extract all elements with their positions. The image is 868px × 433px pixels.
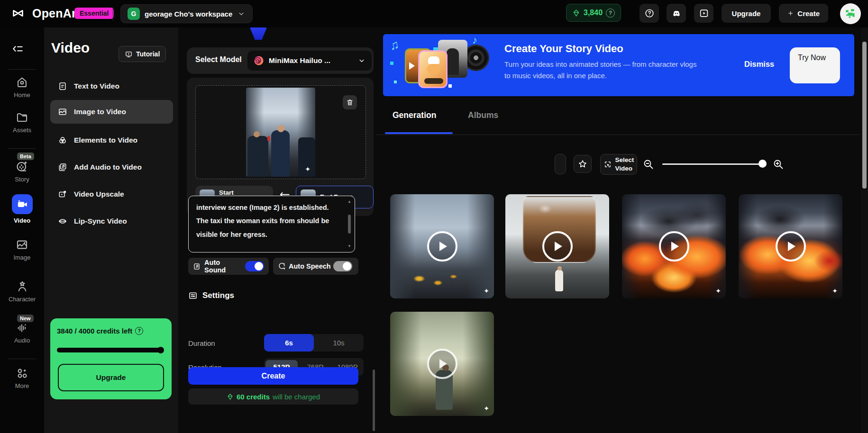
create-button[interactable]: Create: [779, 4, 828, 23]
video-thumbnail[interactable]: ✦: [739, 194, 842, 298]
thumbnail-size-slider[interactable]: [662, 163, 767, 165]
tab-albums[interactable]: Albums: [468, 110, 498, 120]
sparkle-icon: ✦: [305, 165, 311, 173]
sidebar-item-label: More: [15, 382, 29, 389]
duration-label: Duration: [188, 339, 215, 347]
singer-silhouette: [447, 48, 459, 75]
video-thumbnail[interactable]: ✦: [390, 312, 494, 416]
figure-head: [277, 125, 284, 132]
more-icon: [16, 367, 28, 379]
beta-badge: Beta: [17, 153, 34, 160]
page-scrollbar-thumb[interactable]: [862, 42, 867, 189]
chef-hat: [428, 56, 439, 64]
generator-scrollbar-thumb[interactable]: [373, 370, 375, 431]
settings-icon: [188, 291, 198, 300]
sidebar-item-label: Character: [9, 296, 36, 303]
play-icon: [409, 62, 415, 70]
credits-progress-bar: [57, 348, 162, 352]
scroll-up-icon: ▲: [347, 200, 351, 204]
auto-speech-switch[interactable]: [333, 261, 352, 271]
prompt-input[interactable]: interview scene (Image 2) is established…: [188, 196, 355, 253]
panel-title: Video: [51, 40, 90, 56]
play-overlay[interactable]: [739, 194, 842, 298]
uploaded-image-preview[interactable]: ✦: [246, 88, 315, 177]
zoom-out-icon[interactable]: [643, 159, 654, 170]
select-video-button[interactable]: Select Video: [600, 154, 637, 175]
figure-center: [271, 130, 290, 177]
nav-item-elements-to-video[interactable]: Elements to Video: [50, 130, 173, 150]
video-camera-icon: [16, 198, 28, 210]
help-icon: [644, 8, 655, 18]
plan-badge[interactable]: Essential: [74, 8, 114, 19]
duration-option-10s[interactable]: 10s: [314, 339, 364, 347]
workspace-selector[interactable]: G georage Cho's workspace: [120, 4, 253, 23]
app-title: OpenArt: [32, 7, 80, 20]
image-dropzone[interactable]: ✦: [195, 85, 366, 179]
sidebar-item-home[interactable]: Home: [0, 76, 44, 99]
duration-option-6s[interactable]: 6s: [264, 334, 314, 352]
remove-image-button[interactable]: [343, 95, 357, 109]
microphone: [267, 136, 270, 141]
nav-item-video-upscale[interactable]: Video Upscale: [50, 184, 173, 204]
nav-item-lip-sync-video[interactable]: Lip-Sync Video: [50, 211, 173, 231]
help-button[interactable]: [640, 4, 659, 23]
sidebar-item-more[interactable]: More: [0, 367, 44, 389]
sidebar-item-video[interactable]: Video: [0, 194, 44, 224]
play-icon: [659, 231, 689, 262]
video-thumbnail[interactable]: [505, 194, 609, 298]
folder-icon: [16, 111, 28, 124]
pixel-accent: [448, 84, 452, 88]
upgrade-button[interactable]: Upgrade: [722, 4, 771, 23]
scroll-thumb: [348, 215, 351, 234]
sidebar-item-story[interactable]: Beta Story: [0, 159, 44, 183]
cat-face: [427, 64, 440, 74]
play-icon: [427, 231, 457, 262]
banner-title: Create Your Story Video: [504, 43, 623, 55]
prompt-scrollbar[interactable]: ▲ ▼: [347, 200, 352, 248]
workspace-avatar: G: [128, 8, 140, 20]
nav-item-label: Text to Video: [74, 82, 119, 90]
try-now-button[interactable]: Try Now: [790, 47, 840, 83]
model-dropdown[interactable]: MiniMax Hailuo ...: [247, 51, 372, 71]
pan: [424, 78, 443, 84]
nav-item-add-audio-to-video[interactable]: Add Audio to Video: [50, 157, 173, 177]
auto-sound-toggle-group: Auto Sound: [188, 258, 269, 275]
play-overlay[interactable]: [390, 194, 494, 298]
auto-sound-switch[interactable]: [245, 261, 264, 271]
video-thumbnail[interactable]: ✦: [622, 194, 726, 298]
credits-info-icon[interactable]: ?: [135, 327, 143, 335]
sidebar-item-label: Audio: [14, 337, 30, 344]
duration-segmented-control: 6s 10s: [264, 334, 364, 352]
discord-icon: [671, 8, 682, 18]
video-tutorials-button[interactable]: [694, 4, 713, 23]
generate-create-button[interactable]: Create: [188, 367, 358, 385]
nav-item-text-to-video[interactable]: Text to Video: [50, 76, 173, 96]
credits-pill[interactable]: 3,840 ?: [566, 4, 621, 22]
discord-button[interactable]: [667, 4, 686, 23]
zoom-in-icon[interactable]: [773, 159, 784, 170]
sidebar-item-image[interactable]: Image: [0, 238, 44, 261]
slider-knob[interactable]: [758, 160, 767, 168]
favorites-filter-button[interactable]: [574, 155, 592, 173]
filter-handle-button[interactable]: [555, 154, 566, 174]
play-overlay[interactable]: [505, 194, 609, 298]
upgrade-plan-button[interactable]: Upgrade: [58, 364, 164, 391]
tab-generation[interactable]: Generation: [393, 110, 436, 120]
collapse-sidebar-button[interactable]: [11, 43, 24, 55]
sidebar-item-audio[interactable]: New Audio: [0, 322, 44, 344]
video-thumbnail[interactable]: ✦: [390, 194, 494, 298]
play-overlay[interactable]: [622, 194, 726, 298]
sidebar-item-character[interactable]: Character: [0, 280, 44, 303]
sidebar-item-assets[interactable]: Assets: [0, 111, 44, 134]
user-avatar[interactable]: [840, 3, 861, 24]
credit-gem-icon: [227, 393, 234, 400]
credit-gem-icon: [572, 9, 580, 17]
nav-item-image-to-video[interactable]: Image to Video: [50, 100, 173, 124]
panel-scroll-indicator[interactable]: [250, 27, 267, 40]
play-overlay[interactable]: [390, 312, 494, 416]
video-tools-panel: Video Tutorial Text to Video Image to Vi…: [44, 27, 178, 433]
dismiss-button[interactable]: Dismiss: [744, 60, 774, 69]
nav-item-label: Lip-Sync Video: [74, 217, 127, 226]
video-active-tile: [12, 194, 33, 214]
tutorial-button[interactable]: Tutorial: [119, 46, 166, 62]
